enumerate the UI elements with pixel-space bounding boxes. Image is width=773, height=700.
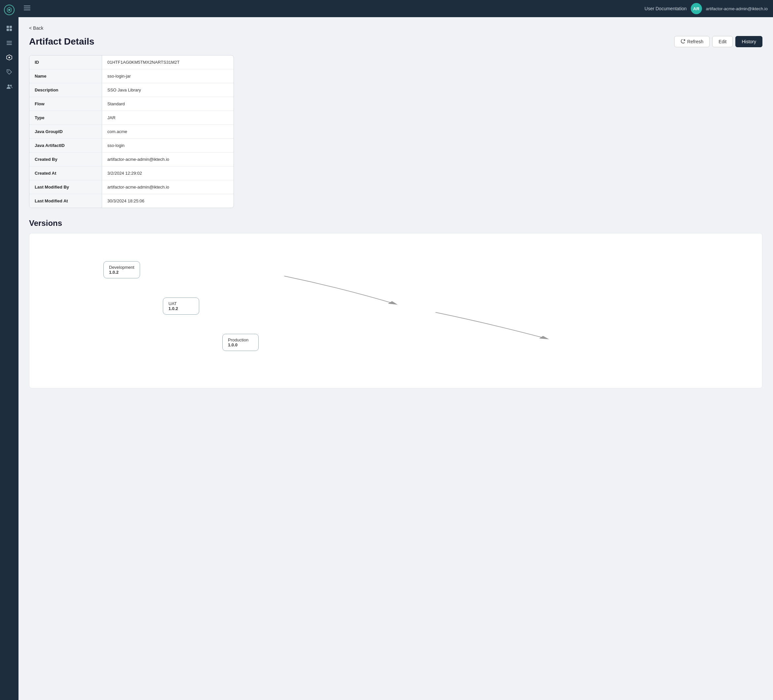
row-value: com.acme — [102, 125, 234, 138]
topbar: User Documentation AR artifactor-acme-ad… — [18, 0, 773, 17]
page-header: Artifact Details Refresh Edit History — [29, 36, 762, 47]
table-row: TypeJAR — [30, 111, 234, 125]
row-value: 30/3/2024 18:25:06 — [102, 194, 234, 208]
app-logo[interactable] — [3, 4, 15, 16]
prod-label: Production — [228, 337, 253, 342]
sidebar-icon-dashboard[interactable] — [3, 23, 15, 35]
row-value: artifactor-acme-admin@iktech.io — [102, 153, 234, 166]
svg-rect-14 — [24, 8, 30, 8]
row-value: JAR — [102, 111, 234, 125]
table-row: FlowStandard — [30, 97, 234, 111]
refresh-icon — [681, 39, 685, 44]
svg-rect-13 — [24, 6, 30, 6]
row-label: Java GroupID — [30, 125, 102, 138]
row-label: Java ArtifactID — [30, 139, 102, 152]
row-label: Last Modified By — [30, 180, 102, 194]
svg-rect-2 — [7, 26, 9, 28]
versions-title: Versions — [29, 219, 762, 228]
documentation-link[interactable]: User Documentation — [645, 6, 687, 11]
flow-node-development[interactable]: Development 1.0.2 — [104, 261, 140, 278]
page-title: Artifact Details — [29, 36, 674, 47]
details-table: ID01HTF1AG0KM5TMX2NARTS31M2TNamesso-logi… — [29, 55, 234, 208]
svg-rect-5 — [10, 29, 12, 31]
sidebar-icon-list[interactable] — [3, 37, 15, 49]
dev-label: Development — [109, 265, 135, 270]
row-label: Created At — [30, 166, 102, 180]
svg-rect-15 — [24, 10, 30, 10]
uat-label: UAT — [168, 301, 194, 306]
versions-diagram: Development 1.0.2 UAT 1.0.2 Production 1… — [29, 233, 762, 388]
sidebar-icon-users[interactable] — [3, 81, 15, 92]
svg-rect-3 — [10, 26, 12, 28]
row-label: Description — [30, 83, 102, 97]
uat-version: 1.0.2 — [168, 306, 194, 311]
table-row: Last Modified Byartifactor-acme-admin@ik… — [30, 180, 234, 194]
sidebar-icon-artifact[interactable] — [3, 51, 15, 63]
table-row: ID01HTF1AG0KM5TMX2NARTS31M2T — [30, 56, 234, 69]
svg-rect-4 — [7, 29, 9, 31]
svg-rect-7 — [7, 43, 12, 43]
dev-version: 1.0.2 — [109, 270, 135, 275]
table-row: Created Byartifactor-acme-admin@iktech.i… — [30, 153, 234, 166]
table-row: Java GroupIDcom.acme — [30, 125, 234, 139]
row-label: Type — [30, 111, 102, 125]
svg-rect-6 — [7, 41, 12, 42]
row-value: 3/2/2024 12:29:02 — [102, 166, 234, 180]
flow-node-uat[interactable]: UAT 1.0.2 — [163, 297, 199, 315]
sidebar-icon-tag[interactable] — [3, 66, 15, 78]
row-label: ID — [30, 56, 102, 69]
table-row: DescriptionSSO Java Library — [30, 83, 234, 97]
content-area: < Back Artifact Details Refresh Edit His… — [18, 17, 773, 700]
history-button[interactable]: History — [735, 36, 762, 47]
back-button[interactable]: < Back — [29, 25, 43, 31]
table-row: Created At3/2/2024 12:29:02 — [30, 166, 234, 180]
svg-point-9 — [8, 57, 10, 58]
row-value: 01HTF1AG0KM5TMX2NARTS31M2T — [102, 56, 234, 69]
prod-version: 1.0.0 — [228, 342, 253, 347]
header-actions: Refresh Edit History — [674, 36, 762, 47]
flow-node-production[interactable]: Production 1.0.0 — [222, 334, 259, 351]
table-row: Last Modified At30/3/2024 18:25:06 — [30, 194, 234, 208]
main-area: User Documentation AR artifactor-acme-ad… — [18, 0, 773, 700]
row-value: artifactor-acme-admin@iktech.io — [102, 180, 234, 194]
row-label: Created By — [30, 153, 102, 166]
menu-icon[interactable] — [24, 5, 30, 13]
flow-container: Development 1.0.2 UAT 1.0.2 Production 1… — [37, 242, 754, 380]
row-label: Flow — [30, 97, 102, 111]
row-label: Name — [30, 69, 102, 83]
row-value: sso-login — [102, 139, 234, 152]
svg-point-10 — [8, 71, 9, 72]
flow-arrows — [37, 242, 754, 380]
sidebar — [0, 0, 18, 700]
svg-point-1 — [8, 9, 10, 11]
svg-point-11 — [8, 84, 10, 87]
row-value: sso-login-jar — [102, 69, 234, 83]
row-value: Standard — [102, 97, 234, 111]
edit-button[interactable]: Edit — [712, 36, 733, 47]
user-avatar: AR — [691, 3, 702, 14]
refresh-button[interactable]: Refresh — [674, 36, 710, 47]
svg-point-12 — [10, 85, 12, 87]
svg-rect-8 — [7, 44, 12, 45]
row-label: Last Modified At — [30, 194, 102, 208]
row-value: SSO Java Library — [102, 83, 234, 97]
username-display: artifactor-acme-admin@iktech.io — [706, 6, 768, 11]
table-row: Java ArtifactIDsso-login — [30, 139, 234, 153]
table-row: Namesso-login-jar — [30, 69, 234, 83]
